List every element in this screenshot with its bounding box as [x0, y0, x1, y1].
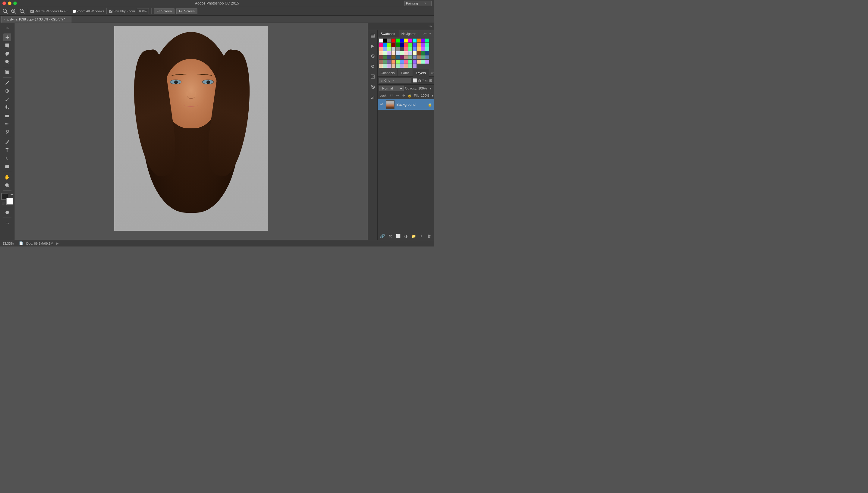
tool-move[interactable] — [3, 34, 11, 41]
tab-swatches[interactable]: Swatches — [378, 30, 398, 37]
swatch[interactable] — [404, 64, 408, 68]
panel-icon-adjustments[interactable] — [369, 52, 377, 60]
filter-pixel-icon[interactable]: ⬜ — [413, 78, 417, 83]
document-tab[interactable]: × justyna-1838 copy @ 33.3% (RGB/8°) * — [1, 16, 71, 23]
opacity-value[interactable]: 100% — [418, 86, 428, 90]
swatch[interactable] — [425, 60, 429, 64]
new-adjustment-btn[interactable]: ◑ — [403, 234, 408, 239]
tool-marquee[interactable] — [3, 42, 11, 49]
color-swap-icon[interactable]: ⇄ — [10, 193, 13, 196]
add-mask-btn[interactable]: ⬜ — [396, 234, 400, 239]
swatch[interactable] — [383, 51, 387, 55]
swatch[interactable] — [383, 60, 387, 64]
swatch[interactable] — [408, 43, 412, 47]
fill-value[interactable]: 100% — [421, 94, 429, 97]
swatch[interactable] — [379, 47, 383, 51]
minimize-button[interactable] — [8, 1, 12, 5]
tool-text[interactable]: T — [3, 147, 11, 154]
zoom-percent-input[interactable]: 100% — [137, 8, 149, 14]
layer-style-btn[interactable]: fx — [388, 234, 393, 239]
swatch[interactable] — [404, 51, 408, 55]
swatch[interactable] — [400, 47, 404, 51]
swatch[interactable] — [408, 56, 412, 59]
swatch[interactable] — [396, 51, 400, 55]
swatch[interactable] — [417, 60, 421, 64]
tool-colors[interactable]: ⇄ ⬛ — [1, 193, 13, 205]
workspace-dropdown[interactable]: Painting ▼ — [405, 1, 432, 6]
swatch[interactable] — [417, 39, 421, 42]
swatch[interactable] — [396, 39, 400, 42]
delete-layer-btn[interactable]: 🗑 — [427, 234, 432, 239]
swatch[interactable] — [404, 47, 408, 51]
swatch[interactable] — [417, 56, 421, 59]
opacity-arrow[interactable]: ▼ — [429, 87, 432, 90]
swatch[interactable] — [413, 60, 416, 64]
swatch[interactable] — [400, 43, 404, 47]
color-reset-icon[interactable]: ⬛ — [1, 202, 4, 205]
swatch[interactable] — [379, 56, 383, 59]
layer-item-background[interactable]: 👁 Background 🔒 — [378, 99, 434, 110]
swatch[interactable] — [396, 47, 400, 51]
status-arrow-btn[interactable]: ▶ — [56, 242, 59, 245]
swatch[interactable] — [417, 43, 421, 47]
swatch[interactable] — [404, 39, 408, 42]
swatch[interactable] — [383, 43, 387, 47]
swatch[interactable] — [391, 47, 395, 51]
swatch[interactable] — [379, 60, 383, 64]
swatch[interactable] — [383, 64, 387, 68]
tab-paths[interactable]: Paths — [398, 69, 413, 77]
swatch[interactable] — [387, 47, 391, 51]
swatch[interactable] — [400, 60, 404, 64]
lock-image-btn[interactable]: ✏ — [395, 93, 400, 98]
panel-icon-timeline[interactable] — [369, 83, 377, 91]
swatch[interactable] — [421, 56, 425, 59]
panel-icon-styles[interactable] — [369, 62, 377, 70]
swatch[interactable] — [421, 60, 425, 64]
swatch[interactable] — [387, 64, 391, 68]
fill-arrow[interactable]: ▼ — [431, 94, 434, 97]
swatches-menu-btn[interactable]: ≡ — [428, 31, 433, 36]
filter-type-icon[interactable]: T — [422, 78, 424, 83]
swatch[interactable] — [387, 43, 391, 47]
link-layers-btn[interactable]: 🔗 — [380, 234, 385, 239]
swatch[interactable] — [408, 47, 412, 51]
swatch[interactable] — [404, 60, 408, 64]
swatch[interactable] — [421, 47, 425, 51]
swatch[interactable] — [400, 64, 404, 68]
swatches-collapse-btn[interactable]: ≫ — [422, 31, 427, 36]
swatch[interactable] — [417, 51, 421, 55]
swatch[interactable] — [421, 43, 425, 47]
swatch[interactable] — [391, 60, 395, 64]
swatch[interactable] — [413, 47, 416, 51]
tab-layers[interactable]: Layers — [413, 69, 429, 77]
swatch[interactable] — [383, 47, 387, 51]
filter-shape-icon[interactable]: ▭ — [425, 78, 428, 83]
tab-navigator[interactable]: Navigator — [398, 30, 419, 37]
swatch[interactable] — [387, 51, 391, 55]
blend-mode-select[interactable]: Normal — [379, 86, 404, 91]
swatch[interactable] — [400, 51, 404, 55]
panel-icon-layers[interactable] — [369, 31, 377, 40]
swatch[interactable] — [391, 56, 395, 59]
swatch[interactable] — [417, 47, 421, 51]
swatch[interactable] — [383, 56, 387, 59]
swatch[interactable] — [396, 56, 400, 59]
swatch[interactable] — [425, 43, 429, 47]
canvas-area[interactable] — [15, 23, 368, 240]
swatch[interactable] — [387, 39, 391, 42]
tool-dodge[interactable] — [3, 128, 11, 135]
swatch[interactable] — [400, 39, 404, 42]
layers-collapse-btn[interactable]: ≫ — [431, 71, 434, 74]
panel-collapse-btn[interactable]: ≫ — [428, 24, 433, 29]
panel-icon-forward[interactable]: ▶ — [369, 42, 377, 50]
tool-clone[interactable] — [3, 103, 11, 111]
swatch[interactable] — [396, 43, 400, 47]
swatch[interactable] — [408, 51, 412, 55]
zoom-all-windows-checkbox[interactable]: Zoom All Windows — [73, 9, 104, 13]
filter-adjustment-icon[interactable]: ◑ — [418, 78, 421, 83]
swatch[interactable] — [379, 51, 383, 55]
status-doc-icon[interactable]: 📄 — [19, 241, 23, 245]
swatch[interactable] — [413, 39, 416, 42]
swatch[interactable] — [413, 51, 416, 55]
swatch[interactable] — [404, 43, 408, 47]
